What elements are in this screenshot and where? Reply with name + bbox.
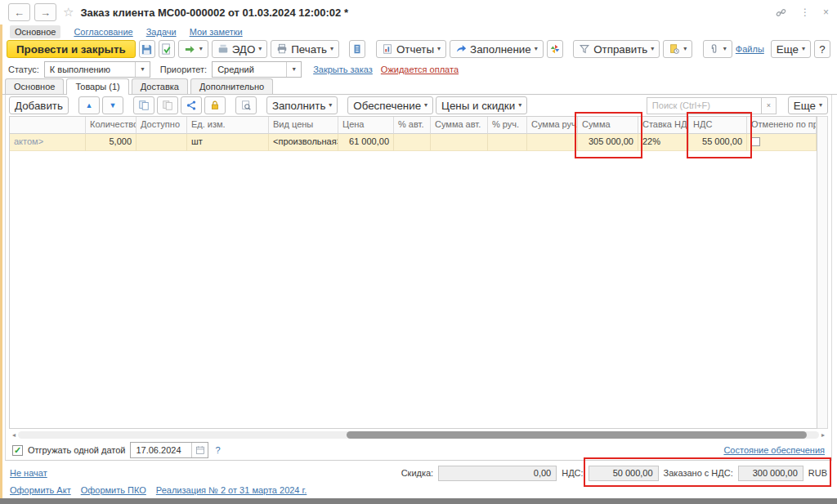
col-pct-auto[interactable]: % авт. [394,117,431,134]
scroll-left-icon[interactable]: ◂ [12,432,16,439]
col-unit[interactable]: Ед. изм. [187,117,269,134]
supply-button[interactable]: Обеспечение ▾ [347,96,433,114]
cell-sum[interactable]: 305 000,00 [578,134,638,151]
nav-approval[interactable]: Согласование [74,27,132,37]
cell-nomenclature[interactable]: актом> [10,134,86,151]
status-select[interactable]: К выполнению ▼ [44,61,150,78]
table-more-button[interactable]: Еще ▾ [788,96,828,114]
cell-price[interactable]: 61 000,00 [338,134,394,151]
cell-vat[interactable]: 55 000,00 [689,134,747,151]
files-link[interactable]: Файлы [736,44,764,54]
attachments-button[interactable]: ▾ [703,40,732,58]
cell-sum-manual[interactable] [527,134,578,151]
edo-button[interactable]: ЭДО ▾ [212,40,268,58]
col-nomenclature[interactable] [10,117,86,134]
chevron-down-icon[interactable]: ▼ [286,62,301,77]
cell-sum-auto[interactable] [431,134,488,151]
col-price[interactable]: Цена [338,117,394,134]
ship-date-value[interactable]: 17.06.2024 [131,445,191,455]
nav-main[interactable]: Основное [10,25,60,38]
link-icon[interactable] [775,7,787,19]
tab-main[interactable]: Основное [5,78,64,94]
horizontal-scrollbar[interactable]: ◂ ▸ [12,430,825,439]
add-row-button[interactable]: Добавить [9,96,69,114]
cell-unit[interactable]: шт [187,134,269,151]
horizontal-scrollbar-track[interactable] [18,431,819,439]
check-icon: ✓ [14,446,21,455]
favorite-star-icon[interactable]: ☆ [63,5,74,20]
calendar-icon[interactable] [191,443,208,457]
cell-price-kind[interactable]: <произвольная> [269,134,338,151]
window-bottom-strip [0,498,837,504]
col-vat[interactable]: НДС [689,117,747,134]
move-down-button[interactable]: ▼ [102,96,123,114]
save-button[interactable] [139,40,155,58]
col-available[interactable]: Доступно [137,117,187,134]
help-button[interactable]: ? [814,40,830,58]
print-button[interactable]: Печать ▾ [271,40,339,58]
scroll-right-icon[interactable]: ▸ [821,432,825,439]
copy-icon [138,100,150,111]
clear-search-icon[interactable]: × [761,97,777,114]
cell-cancelled-reason[interactable] [747,134,817,151]
paste-row-button[interactable] [157,96,178,114]
col-quantity[interactable]: Количество [86,117,137,134]
send-button[interactable]: Отправить ▾ [573,40,660,58]
col-sum[interactable]: Сумма [578,117,638,134]
col-sum-manual[interactable]: Сумма руч. [527,117,578,134]
reports-button[interactable]: Отчеты ▾ [376,40,446,58]
fill-button[interactable]: Заполнение ▾ [450,40,544,58]
ship-date-help-link[interactable]: ? [215,445,220,455]
col-pct-manual[interactable]: % руч. [488,117,527,134]
back-button[interactable]: ← [8,3,30,21]
cell-available[interactable] [137,134,187,151]
search-input[interactable] [647,97,761,114]
prices-discounts-button[interactable]: Цены и скидки ▾ [436,96,527,114]
open-nomenclature-card-button[interactable] [235,96,257,114]
create-based-on-button[interactable]: ▾ [178,40,208,58]
move-up-button[interactable]: ▲ [78,96,100,114]
realization-doc-link[interactable]: Реализация № 2 от 31 марта 2024 г. [156,485,307,495]
close-icon[interactable]: × [823,7,829,18]
ship-single-date-checkbox[interactable]: ✓ [12,445,23,456]
more-button[interactable]: Еще ▾ [771,40,811,58]
client-order-window: ← → ☆ Заказ клиента МС00-000002 от 01.03… [0,0,837,504]
cancelled-checkbox[interactable] [751,137,760,146]
lock-button[interactable] [204,96,226,114]
cell-vat-rate[interactable]: 22% [638,134,689,151]
table-row[interactable]: актом> 5,000 шт <произвольная> 61 000,00… [10,134,817,151]
document-register-button[interactable] [349,40,365,58]
col-sum-auto[interactable]: Сумма авт. [431,117,488,134]
vertical-scrollbar[interactable] [817,116,828,429]
post-and-close-button[interactable]: Провести и закрыть [7,40,136,58]
share-nomenclature-button[interactable] [181,96,202,114]
forward-button[interactable]: → [34,3,56,21]
post-document-button[interactable] [159,40,175,58]
create-pko-link[interactable]: Оформить ПКО [81,485,146,495]
subordination-structure-button[interactable] [547,40,563,58]
awaiting-payment-link[interactable]: Ожидается оплата [381,65,459,74]
tab-additional[interactable]: Дополнительно [190,78,273,94]
cell-quantity[interactable]: 5,000 [86,134,137,151]
not-started-link[interactable]: Не начат [10,468,47,478]
nav-tasks[interactable]: Задачи [146,27,177,37]
fill-table-button[interactable]: Заполнить ▾ [266,96,338,114]
col-vat-rate[interactable]: Ставка НДС [638,117,689,134]
tab-delivery[interactable]: Доставка [132,78,188,94]
col-cancelled-reason[interactable]: Отменено по причине [747,117,817,134]
close-order-link[interactable]: Закрыть заказ [313,65,373,74]
copy-row-button[interactable] [133,96,154,114]
create-act-link[interactable]: Оформить Акт [10,485,71,495]
priority-select[interactable]: Средний ▼ [212,61,302,78]
window-menu-icon[interactable]: ⋮ [800,7,810,18]
ship-date-field[interactable]: 17.06.2024 [130,442,208,458]
tab-goods[interactable]: Товары (1) [66,78,128,95]
cell-pct-manual[interactable] [488,134,527,151]
cell-pct-auto[interactable] [394,134,431,151]
horizontal-scrollbar-thumb[interactable] [347,431,807,439]
supply-state-link[interactable]: Состояние обеспечения [723,445,825,455]
reminder-button[interactable]: ▾ [663,40,692,58]
nav-notes[interactable]: Мои заметки [190,27,243,37]
col-price-kind[interactable]: Вид цены [269,117,338,134]
chevron-down-icon[interactable]: ▼ [135,62,150,77]
